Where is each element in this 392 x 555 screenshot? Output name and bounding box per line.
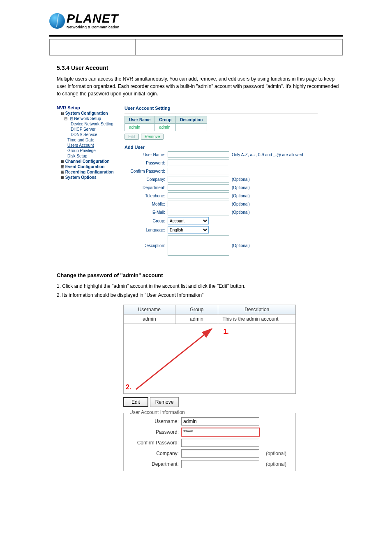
department-field[interactable] [181, 460, 259, 468]
nav-dhcp-server[interactable]: DHCP Server [71, 127, 120, 132]
nav-device-network-setting[interactable]: Device Network Setting [71, 121, 120, 127]
nav-system-options[interactable]: System Options [61, 175, 120, 180]
hint-optional: (Optional) [229, 243, 318, 248]
confirm-password-field[interactable] [181, 439, 259, 447]
label-username: Username: [128, 419, 181, 424]
nav-time-and-date[interactable]: Time and Date [67, 137, 120, 143]
hint-optional: (Optional) [229, 210, 318, 215]
nav-group-privilege[interactable]: Group Privilege [67, 148, 120, 153]
nvr-setup-nav: NVR Setup System Configuration ⊟ Network… [57, 103, 120, 256]
edit-button[interactable]: Edit [125, 134, 139, 140]
nav-system-configuration[interactable]: System Configuration [61, 111, 120, 116]
label-confirm-password: Confirm Password: [128, 440, 181, 446]
label-user-name: User Name: [125, 153, 168, 157]
label-telephone: Telephone: [125, 194, 168, 198]
edit-button[interactable]: Edit [123, 397, 148, 407]
section-5-3-4-para1: Multiple users can access the NVR simult… [57, 75, 343, 97]
hint-allowed-chars: Only A-Z, a-z, 0-9 and _-@ are allowed [229, 153, 318, 157]
cell-username: admin [124, 314, 175, 324]
cell-desc [176, 124, 207, 131]
label-language: Language: [125, 228, 168, 232]
change-password-heading: Change the password of "admin" account [57, 272, 343, 278]
user-select-table: Username Group Description admin admin T… [123, 305, 296, 324]
cell-user: admin [125, 124, 155, 131]
label-confirm-password: Confirm Password: [125, 169, 168, 173]
arrow-icon [124, 324, 295, 393]
email-field[interactable] [168, 209, 229, 215]
brand-logo: PLANET Networking & Communication [49, 12, 343, 29]
language-select[interactable]: English [168, 226, 209, 234]
label-group: Group: [125, 219, 168, 223]
user-account-setting-screenshot: NVR Setup System Configuration ⊟ Network… [57, 103, 343, 256]
label-company: Company: [125, 177, 168, 182]
hint-optional: (Optional) [229, 194, 318, 198]
label-email: E-Mail: [125, 210, 168, 215]
callout-2: 2. [126, 384, 131, 391]
cell-group: admin [175, 314, 218, 324]
group-select[interactable]: Account [168, 217, 209, 224]
user-account-setting-panel: User Account Setting User Name Group Des… [125, 103, 318, 256]
fieldset-legend: User Account Information [128, 409, 187, 415]
cell-description: This is the admin account [218, 314, 296, 324]
meta-row [49, 39, 343, 56]
description-field[interactable] [168, 235, 229, 256]
nav-disk-setup[interactable]: Disk Setup [67, 153, 120, 159]
company-field[interactable] [168, 176, 229, 183]
user-account-information-fieldset: User Account Information Username: Passw… [123, 413, 296, 471]
logo-main-text: PLANET [67, 12, 120, 25]
section-5-3-4-title: 5.3.4 User Account [57, 65, 343, 71]
nav-network-setup[interactable]: ⊟ Network Setup [64, 116, 120, 121]
header-divider [49, 35, 343, 37]
remove-button[interactable]: Remove [141, 134, 164, 140]
add-user-heading: Add User [125, 145, 318, 150]
cell-group: admin [155, 124, 176, 131]
table-row[interactable]: admin admin [125, 124, 207, 131]
hint-optional: (Optional) [229, 202, 318, 206]
add-user-form: User Name: Only A-Z, a-z, 0-9 and _-@ ar… [125, 151, 318, 256]
hint-optional: (Optional) [229, 177, 318, 182]
confirm-password-field[interactable] [168, 168, 229, 174]
hint-optional: (Optional) [229, 185, 318, 190]
user-name-field[interactable] [168, 151, 229, 158]
password-field-highlighted[interactable] [181, 428, 259, 436]
nav-recording-configuration[interactable]: Recording Configuration [61, 169, 120, 175]
col-user-name: User Name [125, 116, 155, 124]
label-department: Department: [125, 185, 168, 190]
table-row[interactable]: admin admin This is the admin account [124, 314, 296, 324]
change-password-step1: 1. Click and highlight the "admin" accou… [57, 282, 343, 290]
nav-users-account[interactable]: Users Account [67, 143, 120, 148]
globe-icon [49, 13, 65, 29]
password-field[interactable] [168, 160, 229, 166]
label-password: Password: [125, 161, 168, 165]
hint-optional: (optional) [263, 451, 291, 456]
change-password-step2: 2. Its information should be displayed i… [57, 291, 343, 299]
user-list-table: User Name Group Description admin admin [125, 116, 207, 131]
label-password: Password: [128, 429, 181, 435]
logo-sub-text: Networking & Communication [67, 25, 120, 29]
col-username: Username [124, 305, 175, 314]
remove-button[interactable]: Remove [150, 397, 179, 407]
nav-event-configuration[interactable]: Event Configuration [61, 164, 120, 169]
mobile-field[interactable] [168, 201, 229, 207]
arrow-diagram: 1. 2. [123, 324, 296, 394]
col-group: Group [155, 116, 176, 124]
company-field[interactable] [181, 449, 259, 458]
callout-1: 1. [223, 328, 228, 335]
hint-optional: (optional) [263, 461, 291, 467]
nav-ddns-service[interactable]: DDNS Service [71, 132, 120, 137]
username-field[interactable] [181, 417, 259, 426]
label-description: Description: [125, 243, 168, 248]
col-description: Description [218, 305, 296, 314]
nav-channel-configuration[interactable]: Channel Configuration [61, 159, 120, 164]
label-mobile: Mobile: [125, 202, 168, 206]
col-description: Description [176, 116, 207, 124]
panel-title: User Account Setting [125, 103, 318, 113]
svg-line-0 [136, 329, 212, 389]
col-group: Group [175, 305, 218, 314]
label-department: Department: [128, 461, 181, 467]
nav-nvr-setup[interactable]: NVR Setup [57, 105, 120, 111]
department-field[interactable] [168, 184, 229, 191]
telephone-field[interactable] [168, 192, 229, 199]
label-company: Company: [128, 451, 181, 456]
edit-admin-screenshot: Username Group Description admin admin T… [123, 305, 296, 471]
